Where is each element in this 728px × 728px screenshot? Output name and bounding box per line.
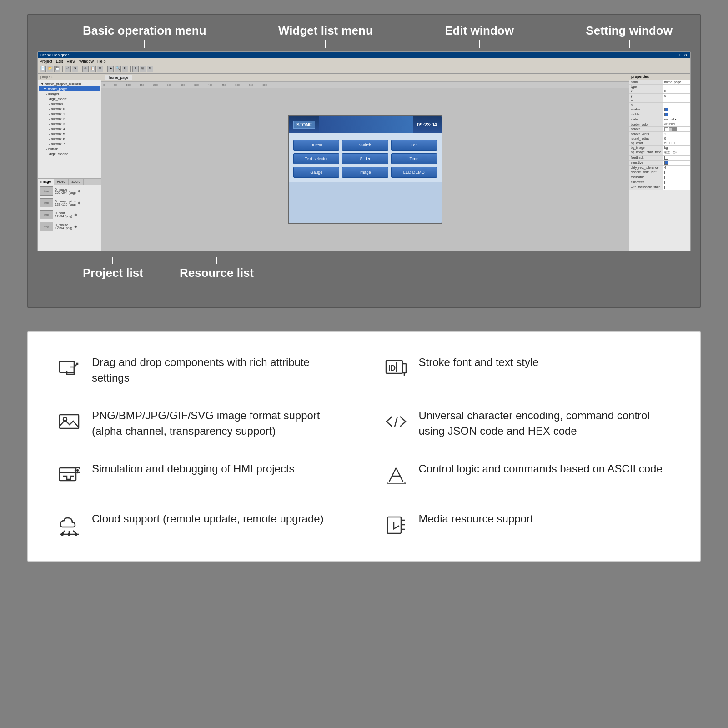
menu-edit[interactable]: Edit xyxy=(56,59,63,64)
resource-zoom-0[interactable]: ⊕ xyxy=(78,189,81,193)
resource-zoom-1[interactable]: ⊕ xyxy=(78,201,81,205)
prop-focusable: focusable xyxy=(629,175,690,180)
toolbar-icon-new[interactable]: 📄 xyxy=(40,66,46,72)
tree-item-btn16[interactable]: - button16 xyxy=(39,136,100,141)
tab-audio[interactable]: audio xyxy=(69,179,84,185)
menu-view[interactable]: View xyxy=(67,59,75,64)
ide-menubar: Project Edit View Window Help xyxy=(38,58,690,65)
hmi-time: 09:23:04 xyxy=(417,122,437,127)
toolbar-icon-debug[interactable]: 🔍 xyxy=(115,66,121,72)
hmi-logo: STONE xyxy=(293,121,315,129)
tree-item-btn10[interactable]: - button10 xyxy=(39,106,100,111)
ruler: 0 50 100 150 200 250 300 350 400 450 500… xyxy=(101,82,629,88)
toolbar-icon-align[interactable]: ≡ xyxy=(132,66,139,72)
toolbar-icon-build[interactable]: ⚙ xyxy=(122,66,128,72)
checkbox-feedback[interactable] xyxy=(664,156,668,160)
prop-enable: enable xyxy=(629,107,690,112)
top-section: Basic operation menu Widget list menu Ed… xyxy=(0,0,728,322)
resource-item-hour: img 0_hour12×94 (png) ⊕ xyxy=(40,210,99,219)
ide-body: project ▼ stone_project_800480 ▼ home_pa… xyxy=(38,74,690,251)
feature-drag-drop-text: Drag and drop components with rich attri… xyxy=(92,355,346,385)
tree-item-btn17[interactable]: - button17 xyxy=(39,141,100,146)
ide-left-panel: project ▼ stone_project_800480 ▼ home_pa… xyxy=(38,74,101,251)
tree-item-btn9[interactable]: - button9 xyxy=(39,101,100,106)
feature-media-text: Media resource support xyxy=(419,511,533,527)
svg-line-9 xyxy=(395,417,397,427)
checkbox-anim[interactable] xyxy=(664,171,668,174)
hmi-btn-slider[interactable]: Slider xyxy=(342,153,388,164)
tree-item-digit2[interactable]: + digit_clock2 xyxy=(39,151,100,156)
tree-item-image0[interactable]: - image0 xyxy=(39,91,100,96)
resource-label-3: 0_minute12×94 (png) xyxy=(55,223,72,230)
border-swatch2[interactable] xyxy=(669,127,673,131)
checkbox-visible[interactable] xyxy=(664,113,668,116)
toolbar-separator3 xyxy=(105,66,105,72)
prop-border-color: border_color #939393 xyxy=(629,122,690,127)
hmi-btn-gauge[interactable]: Gauge xyxy=(293,167,339,178)
resource-zoom-2[interactable]: ⊕ xyxy=(74,213,77,217)
toolbar-icon-undo[interactable]: ↩ xyxy=(65,66,71,72)
tree-item-btn15[interactable]: - button15 xyxy=(39,131,100,136)
ide-titlebar: Stone Des.gner ─ □ ✕ xyxy=(38,52,690,58)
tree-item-home[interactable]: ▼ home_page xyxy=(39,86,100,91)
toolbar-icon-save[interactable]: 💾 xyxy=(54,66,60,72)
checkbox-focusable-state[interactable] xyxy=(664,186,668,189)
resource-zoom-3[interactable]: ⊕ xyxy=(74,225,77,229)
tree-item-btn13[interactable]: - button13 xyxy=(39,121,100,126)
feature-ascii: Control logic and commands based on ASCI… xyxy=(382,461,673,488)
hmi-btn-image[interactable]: Image xyxy=(342,167,388,178)
toolbar-icon-open[interactable]: 📂 xyxy=(47,66,53,72)
border-swatch3[interactable] xyxy=(673,127,677,131)
toolbar-icon-cut[interactable]: ✂ xyxy=(97,66,103,72)
checkbox-fullscreen[interactable] xyxy=(664,181,668,184)
checkbox-enable[interactable] xyxy=(664,108,668,111)
feature-simulation: Simulation and debugging of HMI projects xyxy=(55,461,346,488)
tree-item-button[interactable]: - button xyxy=(39,146,100,151)
tree-item-btn12[interactable]: - button12 xyxy=(39,116,100,121)
tab-video[interactable]: video xyxy=(54,179,69,185)
basic-operation-label: Basic operation menu xyxy=(83,24,206,48)
prop-x: x 0 xyxy=(629,89,690,94)
feature-image-format-text: PNG/BMP/JPG/GIF/SVG image format support… xyxy=(92,408,346,438)
widget-list-label: Widget list menu xyxy=(278,24,373,48)
menu-project[interactable]: Project xyxy=(40,59,52,64)
prop-w: w xyxy=(629,98,690,103)
hmi-btn-led[interactable]: LED DEMO xyxy=(391,167,437,178)
resource-thumb-0: img xyxy=(40,186,53,196)
canvas-tab-home[interactable]: home_page xyxy=(105,75,132,80)
svg-text:ID: ID xyxy=(388,364,396,372)
prop-bg-draw-type: bg_image_draw_type 缩放一次▾ xyxy=(629,150,690,156)
ide-title: Stone Des.gner xyxy=(40,53,69,57)
toolbar-separator2 xyxy=(80,66,80,72)
cloud-icon xyxy=(55,511,83,538)
ide-window: Stone Des.gner ─ □ ✕ Project Edit View W… xyxy=(37,51,691,251)
tree-item-btn14[interactable]: - button14 xyxy=(39,126,100,131)
checkbox-sensitive[interactable] xyxy=(664,161,668,165)
menu-window[interactable]: Window xyxy=(79,59,94,64)
toolbar-icon-copy[interactable]: ⊕ xyxy=(82,66,89,72)
toolbar-icon-zoom[interactable]: ⊕ xyxy=(147,66,153,72)
hmi-btn-text[interactable]: Text selector xyxy=(293,153,339,164)
hmi-btn-button[interactable]: Button xyxy=(293,140,339,151)
prop-feedback: feedback xyxy=(629,156,690,161)
tree-item-btn11[interactable]: - button11 xyxy=(39,111,100,116)
checkbox-focusable[interactable] xyxy=(664,176,668,179)
border-swatch[interactable] xyxy=(664,127,668,131)
features-grid: Drag and drop components with rich attri… xyxy=(55,355,673,538)
simulation-icon xyxy=(55,461,83,488)
prop-type: type xyxy=(629,85,690,89)
toolbar-icon-grid[interactable]: ⊞ xyxy=(140,66,146,72)
tree-item-digit[interactable]: + digit_clock1 xyxy=(39,96,100,101)
toolbar-icon-redo[interactable]: ↪ xyxy=(72,66,78,72)
hmi-btn-edit[interactable]: Edit xyxy=(391,140,437,151)
ide-canvas[interactable]: STONE 09:23:04 Button Switch Edit Text s… xyxy=(101,88,629,251)
hmi-header: STONE 09:23:04 xyxy=(289,116,442,133)
feature-ascii-text: Control logic and commands based on ASCI… xyxy=(419,461,663,477)
tab-image[interactable]: image xyxy=(38,179,54,185)
toolbar-icon-paste[interactable]: 📋 xyxy=(90,66,96,72)
hmi-btn-time[interactable]: Time xyxy=(391,153,437,164)
toolbar-icon-run[interactable]: ▶ xyxy=(107,66,114,72)
hmi-btn-switch[interactable]: Switch xyxy=(342,140,388,151)
feature-stroke-font: ID Stroke font and text style xyxy=(382,355,673,385)
menu-help[interactable]: Help xyxy=(97,59,106,64)
